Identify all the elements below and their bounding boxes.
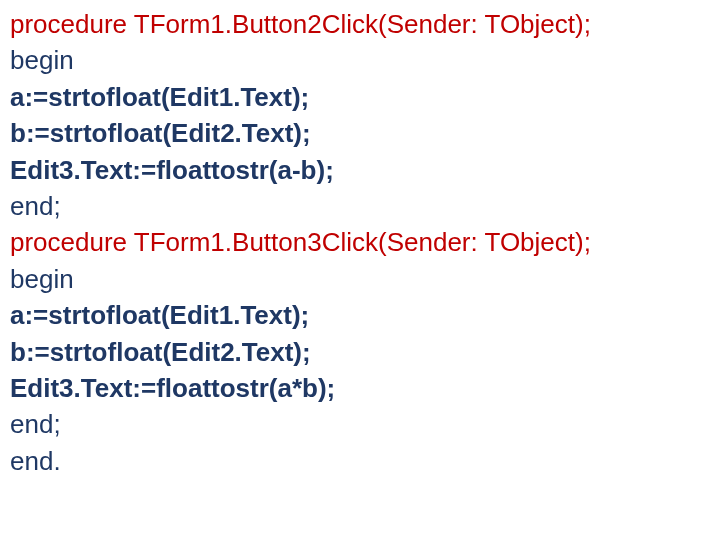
code-line: end. — [10, 443, 710, 479]
code-line: end; — [10, 188, 710, 224]
code-line: Edit3.Text:=floattostr(a*b); — [10, 370, 710, 406]
code-line: Edit3.Text:=floattostr(a-b); — [10, 152, 710, 188]
code-line: a:=strtofloat(Edit1.Text); — [10, 79, 710, 115]
code-line: procedure TForm1.Button2Click(Sender: TO… — [10, 6, 710, 42]
code-block: procedure TForm1.Button2Click(Sender: TO… — [0, 0, 720, 479]
code-line: a:=strtofloat(Edit1.Text); — [10, 297, 710, 333]
code-line: begin — [10, 261, 710, 297]
code-line: b:=strtofloat(Edit2.Text); — [10, 115, 710, 151]
code-line: end; — [10, 406, 710, 442]
code-line: procedure TForm1.Button3Click(Sender: TO… — [10, 224, 710, 260]
code-line: b:=strtofloat(Edit2.Text); — [10, 334, 710, 370]
code-line: begin — [10, 42, 710, 78]
